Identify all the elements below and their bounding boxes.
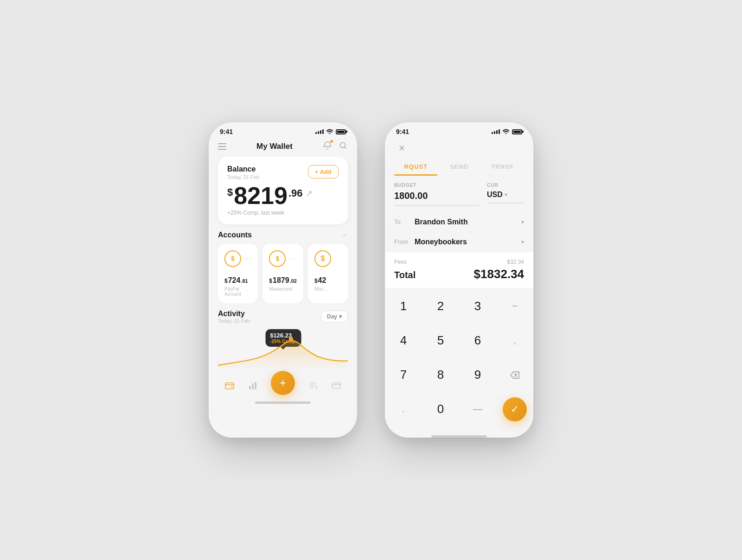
payment-phone: 9:41 ✕ RQUST SEND TRNSF (385, 122, 533, 438)
home-indicator-left (255, 401, 311, 404)
battery-icon-right (512, 129, 522, 134)
budget-group: BUDGET 1800.00 (394, 183, 480, 206)
account-icon-mastercard: $ (269, 250, 286, 267)
from-row: From Moneybookers ▾ (385, 232, 533, 252)
balance-label: Balance (227, 165, 259, 173)
key-6[interactable]: 6 (459, 326, 496, 356)
fees-label: Fees (394, 259, 407, 265)
key-2[interactable]: 2 (422, 292, 459, 321)
key-minus[interactable]: — (459, 395, 496, 424)
to-dropdown-arrow[interactable]: ▾ (521, 219, 524, 225)
tab-send[interactable]: SEND (437, 159, 480, 175)
balance-amount: $ 8219 .96 ↗ (227, 184, 339, 208)
totals-section: Fees $32.34 Total $1832.34 (385, 252, 533, 288)
confirm-button[interactable]: ✓ (503, 397, 527, 421)
key-dot[interactable]: . (385, 395, 422, 424)
list-nav-icon (308, 380, 318, 390)
balance-main-number: 8219 (234, 184, 288, 208)
key-comma[interactable]: , (496, 326, 533, 356)
account-name-paypal: PayPal Account (224, 286, 251, 297)
keypad: 1 2 3 − 4 5 6 , 7 8 9 . 0 — ✓ (385, 288, 533, 433)
bottom-nav: + (209, 370, 357, 399)
key-9[interactable]: 9 (459, 360, 496, 390)
budget-value[interactable]: 1800.00 (394, 191, 480, 201)
balance-dollar-sign: $ (227, 186, 233, 198)
balance-trend-arrow: ↗ (306, 188, 313, 198)
svg-rect-7 (332, 383, 340, 388)
currency-dropdown-arrow[interactable]: ▾ (505, 191, 507, 198)
accounts-arrow-icon[interactable]: → (340, 231, 348, 239)
currency-value: USD (487, 191, 503, 199)
balance-card: Balance Today, 21 Feb + Add $ 8219 .96 ↗… (218, 157, 348, 224)
svg-point-1 (289, 337, 294, 342)
wallet-header: My Wallet (209, 138, 357, 157)
svg-rect-4 (249, 386, 251, 389)
account-icon-third: $ (314, 250, 331, 267)
accounts-title: Accounts (218, 231, 252, 239)
from-label: From (394, 238, 415, 245)
from-value[interactable]: Moneybookers (415, 238, 521, 246)
menu-icon[interactable] (218, 143, 226, 150)
signal-icon-right (492, 129, 500, 134)
svg-rect-5 (252, 383, 254, 389)
key-8[interactable]: 8 (422, 360, 459, 390)
account-card-paypal[interactable]: $ ··· $ 724 .81 PayPal Account (218, 244, 258, 303)
balance-growth: +25% Comp. last week (227, 210, 339, 216)
key-dash[interactable]: − (496, 292, 533, 321)
to-value[interactable]: Brandon Smith (415, 218, 521, 226)
budget-row: BUDGET 1800.00 CUR USD ▾ (385, 183, 533, 206)
budget-label: BUDGET (394, 183, 480, 188)
total-label: Total (394, 270, 416, 280)
account-name-mastercard: Mastercard (269, 286, 297, 292)
status-bar-right: 9:41 (385, 122, 533, 138)
key-7[interactable]: 7 (385, 360, 422, 390)
key-backspace[interactable] (496, 360, 533, 390)
charts-nav-icon (248, 380, 258, 390)
signal-icon (315, 129, 324, 134)
account-menu-mastercard[interactable]: ··· (289, 255, 297, 263)
currency-group: CUR USD ▾ (487, 183, 524, 206)
add-fab-button[interactable]: + (271, 371, 295, 395)
tab-trnsf[interactable]: TRNSF (481, 159, 524, 175)
total-value: $1832.34 (474, 267, 524, 281)
search-button[interactable] (339, 141, 348, 152)
key-1[interactable]: 1 (385, 292, 422, 321)
to-row: To Brandon Smith ▾ (385, 212, 533, 232)
add-button[interactable]: + Add (308, 165, 339, 178)
header-actions (323, 141, 348, 152)
key-0[interactable]: 0 (422, 395, 459, 424)
close-button[interactable]: ✕ (394, 141, 409, 156)
currency-label: CUR (487, 183, 524, 188)
card-nav-icon (331, 380, 341, 390)
nav-cards[interactable] (331, 380, 341, 390)
day-filter-button[interactable]: Day ▾ (321, 311, 348, 323)
time-left: 9:41 (220, 128, 233, 135)
notification-dot (330, 140, 333, 143)
battery-icon-left (336, 129, 346, 134)
key-5[interactable]: 5 (422, 326, 459, 356)
key-4[interactable]: 4 (385, 326, 422, 356)
nav-transactions[interactable] (308, 380, 318, 390)
svg-rect-6 (255, 382, 256, 389)
wifi-icon-right (502, 128, 510, 135)
status-icons-left (315, 128, 346, 135)
account-card-mastercard[interactable]: $ ··· $ 1879 .02 Mastercard (262, 244, 303, 303)
chart-wave (218, 334, 348, 370)
key-confirm-cell: ✓ (496, 395, 533, 424)
wifi-icon (326, 128, 333, 135)
page-title: My Wallet (256, 142, 293, 151)
key-3[interactable]: 3 (459, 292, 496, 321)
account-menu-paypal[interactable]: ··· (244, 255, 251, 263)
tab-rqust[interactable]: RQUST (394, 159, 437, 175)
nav-wallet[interactable] (224, 380, 235, 390)
activity-date: Today, 21 Feb (218, 318, 250, 324)
account-card-third[interactable]: $ $ 42 Mon... (308, 244, 348, 303)
nav-charts[interactable] (248, 380, 258, 390)
accounts-section-header: Accounts → (216, 231, 350, 239)
to-label: To (394, 218, 415, 225)
home-indicator-right (431, 435, 487, 438)
balance-date: Today, 21 Feb (227, 174, 259, 180)
notification-bell[interactable] (323, 141, 332, 152)
from-dropdown-arrow[interactable]: ▾ (521, 239, 524, 245)
activity-chart: $126.23 -25% Comp. (218, 328, 348, 370)
